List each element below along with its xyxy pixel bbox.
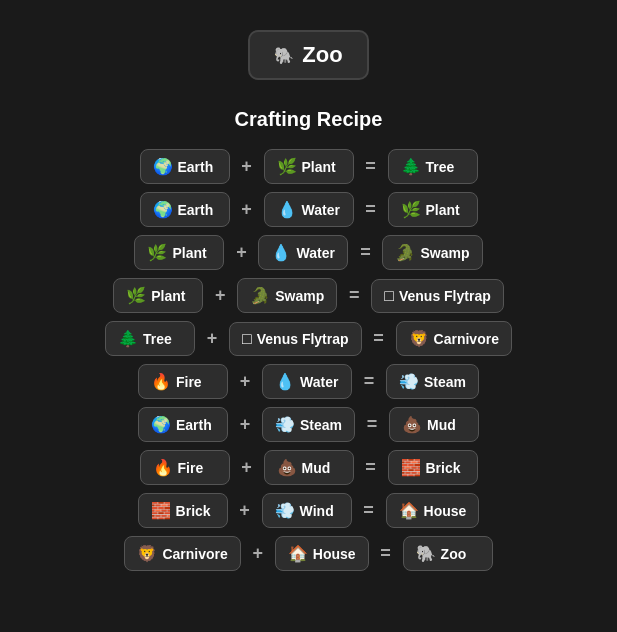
element-label: Water <box>300 374 338 390</box>
plus-operator: + <box>238 457 256 478</box>
element-pill[interactable]: 🧱Brick <box>388 450 478 485</box>
element-pill[interactable]: 🔥Fire <box>140 450 230 485</box>
element-emoji: 🌲 <box>118 329 138 348</box>
title-button[interactable]: 🐘 Zoo <box>248 30 368 80</box>
element-emoji: 💩 <box>277 458 297 477</box>
element-emoji: 🐊 <box>250 286 270 305</box>
element-label: Steam <box>424 374 466 390</box>
element-label: Brick <box>426 460 461 476</box>
element-pill[interactable]: 💧Water <box>258 235 348 270</box>
recipe-row: 🧱Brick+💨Wind=🏠House <box>29 493 589 528</box>
element-emoji: 💧 <box>277 200 297 219</box>
recipe-row: 🔥Fire+💧Water=💨Steam <box>29 364 589 399</box>
element-emoji: 💨 <box>275 415 295 434</box>
recipe-row: 🌿Plant+💧Water=🐊Swamp <box>29 235 589 270</box>
element-emoji: 🌍 <box>153 157 173 176</box>
element-label: Swamp <box>420 245 469 261</box>
equals-operator: = <box>370 328 388 349</box>
element-label: Plant <box>172 245 206 261</box>
element-pill[interactable]: 💧Water <box>264 192 354 227</box>
element-pill[interactable]: 🌿Plant <box>113 278 203 313</box>
element-emoji: 🧱 <box>401 458 421 477</box>
element-emoji: 💩 <box>402 415 422 434</box>
element-pill[interactable]: 🌍Earth <box>140 192 230 227</box>
element-emoji: 🌿 <box>126 286 146 305</box>
equals-operator: = <box>377 543 395 564</box>
element-label: Zoo <box>441 546 467 562</box>
element-pill[interactable]: 🌲Tree <box>105 321 195 356</box>
element-pill[interactable]: 💧Water <box>262 364 352 399</box>
element-pill[interactable]: 💩Mud <box>389 407 479 442</box>
title-emoji: 🐘 <box>274 46 294 65</box>
element-pill[interactable]: □Venus Flytrap <box>371 279 503 313</box>
element-label: Water <box>296 245 334 261</box>
element-pill[interactable]: 🐘Zoo <box>403 536 493 571</box>
element-label: Earth <box>178 202 214 218</box>
element-pill[interactable]: 🦁Carnivore <box>396 321 512 356</box>
element-label: House <box>424 503 467 519</box>
element-pill[interactable]: □Venus Flytrap <box>229 322 361 356</box>
title-text: Zoo <box>302 42 342 68</box>
recipe-row: 🔥Fire+💩Mud=🧱Brick <box>29 450 589 485</box>
element-pill[interactable]: 🌍Earth <box>140 149 230 184</box>
element-label: Mud <box>302 460 331 476</box>
element-label: Plant <box>151 288 185 304</box>
recipes-container: 🌍Earth+🌿Plant=🌲Tree🌍Earth+💧Water=🌿Plant🌿… <box>29 149 589 571</box>
element-emoji: 🐘 <box>416 544 436 563</box>
element-emoji: 🦁 <box>409 329 429 348</box>
element-pill[interactable]: 🌿Plant <box>134 235 224 270</box>
element-pill[interactable]: 🦁Carnivore <box>124 536 240 571</box>
equals-operator: = <box>360 371 378 392</box>
element-label: Venus Flytrap <box>399 288 491 304</box>
element-label: Swamp <box>275 288 324 304</box>
element-emoji: 🌿 <box>147 243 167 262</box>
plus-operator: + <box>238 156 256 177</box>
element-label: Earth <box>176 417 212 433</box>
element-pill[interactable]: 🐊Swamp <box>382 235 482 270</box>
plus-operator: + <box>236 371 254 392</box>
element-label: House <box>313 546 356 562</box>
element-label: Steam <box>300 417 342 433</box>
element-pill[interactable]: 🌿Plant <box>388 192 478 227</box>
element-pill[interactable]: 🌿Plant <box>264 149 354 184</box>
element-label: Venus Flytrap <box>257 331 349 347</box>
plus-operator: + <box>232 242 250 263</box>
element-label: Carnivore <box>434 331 499 347</box>
plus-operator: + <box>211 285 229 306</box>
element-emoji: 🔥 <box>153 458 173 477</box>
element-pill[interactable]: 🏠House <box>386 493 480 528</box>
equals-operator: = <box>356 242 374 263</box>
element-label: Fire <box>176 374 202 390</box>
element-label: Carnivore <box>162 546 227 562</box>
element-emoji: 🌿 <box>401 200 421 219</box>
element-emoji: 🌿 <box>277 157 297 176</box>
element-pill[interactable]: 💨Steam <box>262 407 355 442</box>
element-emoji: □ <box>384 287 394 305</box>
element-pill[interactable]: 🏠House <box>275 536 369 571</box>
element-emoji: 🦁 <box>137 544 157 563</box>
element-emoji: 💨 <box>275 501 295 520</box>
equals-operator: = <box>362 457 380 478</box>
element-pill[interactable]: 🧱Brick <box>138 493 228 528</box>
element-emoji: 🔥 <box>151 372 171 391</box>
element-emoji: 🌲 <box>401 157 421 176</box>
element-pill[interactable]: 💨Wind <box>262 493 352 528</box>
element-label: Earth <box>178 159 214 175</box>
element-emoji: 🌍 <box>153 200 173 219</box>
element-pill[interactable]: 🌍Earth <box>138 407 228 442</box>
plus-operator: + <box>238 199 256 220</box>
element-label: Tree <box>426 159 455 175</box>
equals-operator: = <box>362 156 380 177</box>
element-pill[interactable]: 🌲Tree <box>388 149 478 184</box>
element-emoji: 💧 <box>275 372 295 391</box>
element-emoji: 🏠 <box>288 544 308 563</box>
element-pill[interactable]: 🐊Swamp <box>237 278 337 313</box>
element-emoji: 🌍 <box>151 415 171 434</box>
plus-operator: + <box>249 543 267 564</box>
element-pill[interactable]: 💩Mud <box>264 450 354 485</box>
plus-operator: + <box>236 500 254 521</box>
element-pill[interactable]: 💨Steam <box>386 364 479 399</box>
element-label: Fire <box>178 460 204 476</box>
recipe-row: 🌲Tree+□Venus Flytrap=🦁Carnivore <box>29 321 589 356</box>
element-pill[interactable]: 🔥Fire <box>138 364 228 399</box>
